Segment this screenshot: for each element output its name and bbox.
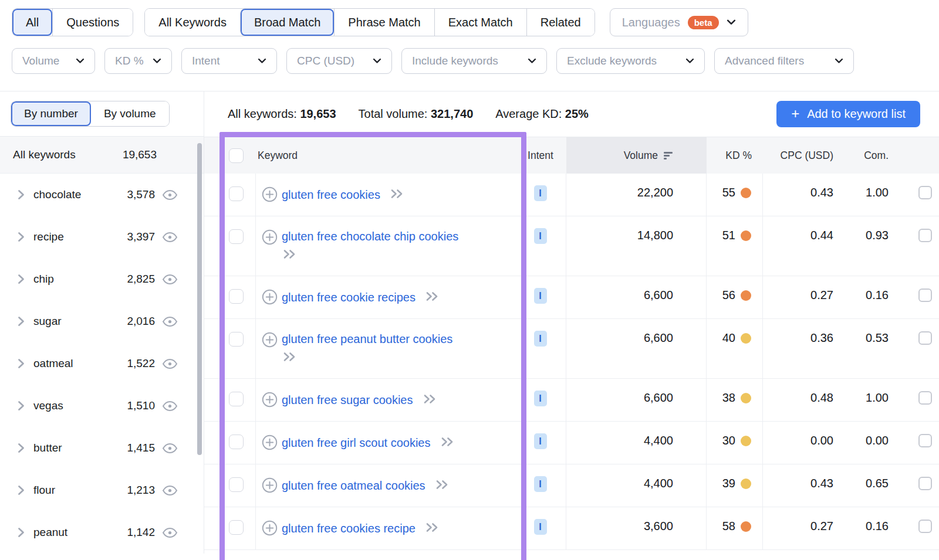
column-header-cpc[interactable]: CPC (USD) — [763, 137, 839, 174]
sidebar-scrollbar[interactable] — [197, 143, 202, 455]
serp-features-icon[interactable] — [918, 434, 932, 447]
filter-intent[interactable]: Intent — [181, 48, 277, 74]
sidebar-group-item[interactable]: chip 2,825 — [0, 258, 204, 300]
tab-phrase-match[interactable]: Phrase Match — [334, 9, 434, 36]
column-header-volume[interactable]: Volume — [566, 137, 707, 174]
sidebar-group-item[interactable]: peanut 1,142 — [0, 511, 204, 554]
chevron-right-icon[interactable] — [18, 485, 25, 495]
filter-cpc[interactable]: CPC (USD) — [286, 48, 392, 74]
open-keyword-overview-icon[interactable] — [283, 249, 298, 259]
tab-questions[interactable]: Questions — [52, 9, 133, 36]
chevron-right-icon[interactable] — [18, 527, 25, 538]
serp-features-icon[interactable] — [918, 186, 932, 199]
serp-features-icon[interactable] — [918, 391, 932, 405]
keyword-link[interactable]: gluten free oatmeal cookies — [282, 479, 425, 492]
eye-icon[interactable] — [162, 443, 178, 454]
eye-icon[interactable] — [162, 189, 178, 201]
open-keyword-overview-icon[interactable] — [390, 189, 405, 199]
tab-related[interactable]: Related — [526, 9, 595, 36]
serp-features-icon[interactable] — [918, 520, 932, 533]
keyword-link[interactable]: gluten free cookies — [282, 188, 380, 201]
open-keyword-overview-icon[interactable] — [425, 291, 440, 301]
eye-icon[interactable] — [162, 274, 178, 285]
chevron-right-icon[interactable] — [18, 401, 25, 411]
serp-features-icon[interactable] — [918, 331, 932, 345]
add-keyword-icon[interactable] — [262, 435, 278, 450]
serp-features-icon[interactable] — [918, 477, 932, 490]
table-row: gluten free cookies recipe I 3,600 58 0.… — [204, 507, 939, 550]
open-keyword-overview-icon[interactable] — [435, 480, 450, 490]
table-header-row: Keyword Intent Volume KD % CPC (USD) Com… — [204, 137, 939, 174]
select-all-checkbox[interactable] — [229, 148, 244, 163]
keyword-link[interactable]: gluten free cookie recipes — [282, 291, 416, 304]
add-keyword-icon[interactable] — [262, 520, 278, 536]
open-keyword-overview-icon[interactable] — [425, 522, 440, 532]
row-checkbox[interactable] — [229, 392, 244, 406]
eye-icon[interactable] — [162, 358, 178, 369]
serp-features-icon[interactable] — [918, 229, 932, 242]
tab-exact-match[interactable]: Exact Match — [434, 9, 526, 36]
sidebar-group-item[interactable]: sugar 2,016 — [0, 300, 204, 342]
filter-volume[interactable]: Volume — [12, 48, 95, 74]
add-keyword-icon[interactable] — [262, 289, 278, 305]
column-header-intent[interactable]: Intent — [515, 137, 566, 174]
sidebar-group-item[interactable]: chocolate 3,578 — [0, 174, 204, 216]
filter-advanced-label: Advanced filters — [725, 55, 804, 67]
chevron-right-icon[interactable] — [18, 316, 25, 327]
keyword-link[interactable]: gluten free sugar cookies — [282, 393, 413, 406]
sidebar-all-keywords-row[interactable]: All keywords 19,653 — [0, 137, 204, 174]
open-keyword-overview-icon[interactable] — [441, 437, 455, 447]
sidebar-group-item[interactable]: recipe 3,397 — [0, 216, 204, 258]
add-keyword-icon[interactable] — [262, 477, 278, 493]
keyword-link[interactable]: gluten free chocolate chip cookies — [282, 230, 458, 243]
add-keyword-icon[interactable] — [262, 332, 278, 348]
eye-icon[interactable] — [162, 232, 178, 243]
sidebar-group-item[interactable]: flour 1,213 — [0, 469, 204, 511]
tab-broad-match[interactable]: Broad Match — [240, 9, 334, 36]
filter-include-label: Include keywords — [412, 55, 498, 67]
languages-dropdown[interactable]: Languages beta — [610, 8, 748, 36]
chevron-right-icon[interactable] — [18, 443, 25, 453]
sidebar-group-item[interactable]: vegas 1,510 — [0, 385, 204, 427]
chevron-right-icon[interactable] — [18, 232, 25, 242]
column-header-keyword[interactable]: Keyword — [256, 137, 515, 174]
sidebar-group-item[interactable]: butter 1,415 — [0, 427, 204, 469]
open-keyword-overview-icon[interactable] — [283, 352, 298, 362]
row-checkbox[interactable] — [229, 186, 244, 201]
eye-icon[interactable] — [162, 485, 178, 496]
chevron-right-icon[interactable] — [18, 358, 25, 369]
toggle-by-volume[interactable]: By volume — [91, 101, 169, 126]
row-checkbox[interactable] — [229, 289, 244, 304]
tab-all[interactable]: All — [12, 9, 52, 36]
eye-icon[interactable] — [162, 527, 178, 538]
add-keyword-icon[interactable] — [262, 186, 278, 202]
filter-kd[interactable]: KD % — [104, 48, 172, 74]
open-keyword-overview-icon[interactable] — [423, 394, 438, 404]
toggle-by-number[interactable]: By number — [11, 101, 91, 126]
filter-advanced[interactable]: Advanced filters — [714, 48, 854, 74]
add-keyword-icon[interactable] — [262, 229, 278, 245]
row-checkbox[interactable] — [229, 332, 244, 347]
keyword-link[interactable]: gluten free girl scout cookies — [282, 436, 430, 449]
row-checkbox[interactable] — [229, 520, 244, 535]
column-header-com[interactable]: Com. — [839, 137, 892, 174]
add-keyword-icon[interactable] — [262, 392, 278, 408]
keyword-link[interactable]: gluten free cookies recipe — [282, 522, 416, 535]
eye-icon[interactable] — [162, 401, 178, 412]
sidebar-group-item[interactable]: oatmeal 1,522 — [0, 342, 204, 385]
row-checkbox[interactable] — [229, 435, 244, 449]
summary-stats-row: All keywords: 19,653 Total volume: 321,7… — [204, 91, 939, 137]
group-count: 1,415 — [127, 442, 155, 454]
chevron-right-icon[interactable] — [18, 274, 25, 284]
chevron-right-icon[interactable] — [18, 189, 25, 200]
serp-features-icon[interactable] — [918, 289, 932, 302]
column-header-kd[interactable]: KD % — [707, 137, 763, 174]
filter-include-keywords[interactable]: Include keywords — [401, 48, 547, 74]
filter-exclude-keywords[interactable]: Exclude keywords — [556, 48, 705, 74]
row-checkbox[interactable] — [229, 477, 244, 492]
keyword-link[interactable]: gluten free peanut butter cookies — [282, 332, 452, 345]
add-to-keyword-list-button[interactable]: + Add to keyword list — [776, 101, 920, 127]
tab-all-keywords[interactable]: All Keywords — [145, 9, 240, 36]
row-checkbox[interactable] — [229, 229, 244, 244]
eye-icon[interactable] — [162, 316, 178, 327]
